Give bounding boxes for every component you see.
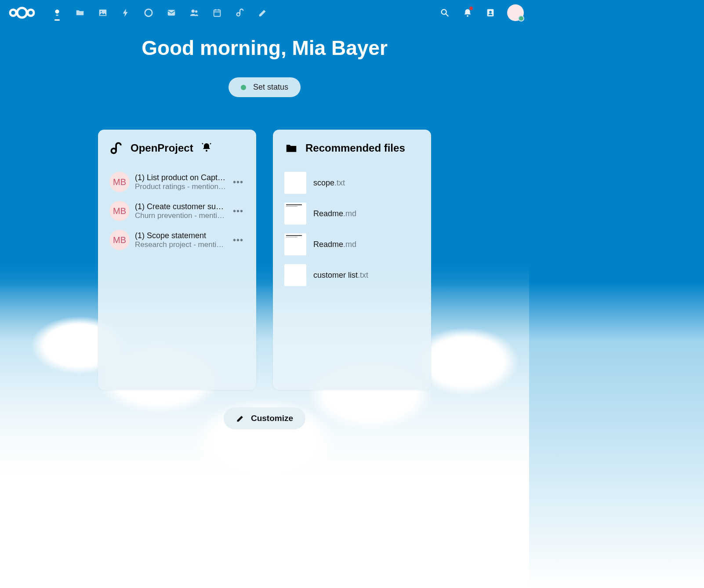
svg-line-17: [446, 14, 449, 17]
svg-point-3: [55, 10, 59, 14]
search-button[interactable]: [436, 4, 454, 22]
nav-photos[interactable]: [92, 2, 113, 23]
greeting-heading: Good morning, Mia Bayer: [142, 36, 388, 60]
widget-files-title: Recommended files: [305, 142, 405, 154]
contacts-menu-button[interactable]: [482, 4, 499, 22]
openproject-item-subtitle: Churn prevention - menti…: [135, 211, 226, 220]
svg-point-6: [101, 11, 102, 12]
status-dot-icon: [241, 85, 246, 90]
openproject-item[interactable]: MB (1) List product on Capterra Product …: [109, 167, 245, 196]
nav-openproject[interactable]: [229, 2, 250, 23]
nav-calendar[interactable]: [207, 2, 228, 23]
openproject-item-title: (1) List product on Capterra: [135, 173, 226, 182]
item-more-button[interactable]: •••: [232, 235, 245, 245]
file-thumbnail: [284, 203, 306, 225]
assignee-avatar: MB: [109, 230, 130, 250]
nav-notes[interactable]: [252, 2, 273, 23]
file-name-label: Readme.md: [313, 209, 356, 218]
openproject-item[interactable]: MB (1) Scope statement Research project …: [109, 225, 245, 254]
status-online-icon: [518, 15, 524, 22]
nav-talk[interactable]: [138, 2, 159, 23]
file-name-label: customer list.txt: [313, 271, 368, 280]
customize-label: Customize: [251, 414, 293, 423]
svg-point-0: [10, 10, 16, 16]
nextcloud-logo[interactable]: [7, 5, 37, 20]
file-item[interactable]: Readme.md: [284, 198, 420, 229]
svg-rect-11: [214, 10, 221, 17]
notifications-button[interactable]: [459, 4, 476, 22]
assignee-avatar: MB: [109, 201, 130, 221]
file-item[interactable]: Readme.md: [284, 229, 420, 260]
svg-point-16: [442, 10, 446, 15]
item-more-button[interactable]: •••: [232, 177, 245, 187]
nav-activity[interactable]: [115, 2, 136, 23]
openproject-item-title: (1) Scope statement: [135, 231, 226, 240]
file-item[interactable]: customer list.txt: [284, 260, 420, 290]
set-status-label: Set status: [253, 83, 288, 92]
set-status-button[interactable]: Set status: [229, 77, 301, 97]
openproject-item-title: (1) Create customer survey: [135, 202, 226, 211]
folder-icon: [284, 141, 298, 155]
user-avatar[interactable]: [507, 4, 524, 21]
openproject-icon: [109, 141, 123, 155]
widget-recommended-files: Recommended files scope.txt Readme.md: [273, 130, 431, 390]
svg-point-9: [192, 10, 195, 13]
file-thumbnail: [284, 172, 306, 194]
file-thumbnail: [284, 264, 306, 286]
customize-button[interactable]: Customize: [224, 407, 305, 429]
openproject-item-subtitle: Research project - mentio…: [135, 240, 226, 249]
assignee-avatar: MB: [109, 172, 130, 192]
svg-point-22: [206, 150, 207, 152]
file-name-label: Readme.md: [313, 240, 356, 249]
file-name-label: scope.txt: [313, 178, 345, 188]
pencil-icon: [236, 414, 245, 423]
notification-indicator-icon: [469, 7, 473, 10]
topbar: [0, 0, 529, 25]
svg-point-10: [195, 11, 198, 13]
widget-openproject: OpenProject MB (1) List product on Capte…: [98, 130, 256, 390]
dashboard-main: Good morning, Mia Bayer Set status OpenP…: [0, 25, 529, 447]
nav-contacts[interactable]: [184, 2, 205, 23]
nav-files[interactable]: [69, 2, 91, 23]
svg-point-18: [467, 15, 468, 17]
item-more-button[interactable]: •••: [232, 206, 245, 216]
openproject-item-subtitle: Product ratings - mention…: [135, 182, 226, 191]
svg-point-1: [17, 8, 27, 18]
svg-rect-4: [56, 15, 58, 16]
widget-openproject-title: OpenProject: [131, 142, 193, 154]
svg-rect-8: [168, 10, 175, 16]
svg-point-2: [28, 10, 34, 16]
file-item[interactable]: scope.txt: [284, 167, 420, 198]
svg-point-20: [489, 11, 492, 13]
bell-active-icon: [201, 142, 212, 154]
svg-point-7: [145, 9, 152, 17]
nav-mail[interactable]: [161, 2, 182, 23]
openproject-item[interactable]: MB (1) Create customer survey Churn prev…: [109, 196, 245, 225]
nav-dashboard[interactable]: [47, 2, 68, 23]
file-thumbnail: [284, 233, 306, 255]
